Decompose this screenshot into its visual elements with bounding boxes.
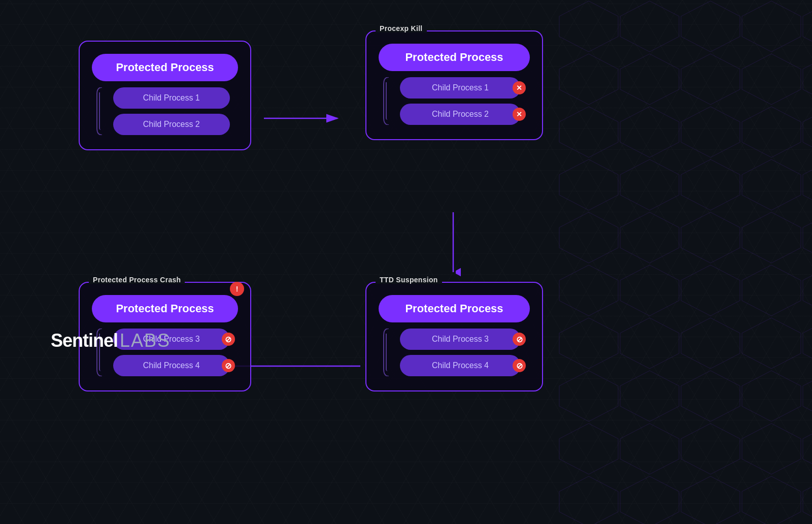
child-2-tr: Child Process 2 ✕ [400,104,521,125]
child-4-bl-wrapper: Child Process 4 ⊘ [101,355,238,376]
logo-sentinel: Sentinel [51,330,118,351]
badge-x-1: ✕ [513,81,526,94]
badge-x-2: ✕ [513,108,526,121]
child-3-br-wrapper: Child Process 3 ⊘ [388,329,530,350]
child-4-br: Child Process 4 ⊘ [400,355,521,376]
child-4-br-wrapper: Child Process 4 ⊘ [388,355,530,376]
child-1-tr: Child Process 1 ✕ [400,77,521,99]
logo-labs: LABS [120,330,171,351]
diagram-canvas: Protected Process Child Process 1 Child … [0,0,812,524]
children-top-right: Child Process 1 ✕ Child Process 2 ✕ [379,77,530,125]
children-top-left: Child Process 1 Child Process 2 [92,87,238,135]
protected-process-bottom-left: Protected Process ! [92,295,238,322]
badge-no-3: ⊘ [513,333,526,346]
badge-warning-bl: ! [230,282,244,296]
arrow-right-top [264,111,345,126]
diagram-bottom-right: TTD Suspension Protected Process Child P… [365,282,543,391]
protected-process-bottom-right: Protected Process [379,295,530,322]
children-bottom-right: Child Process 3 ⊘ Child Process 4 ⊘ [379,329,530,376]
arrow-down-right [446,212,461,278]
label-top-right: Procexp Kill [376,24,427,32]
child-2-tl: Child Process 2 [113,114,230,135]
label-bottom-left: Protected Process Crash [89,276,185,284]
badge-no-3-bl: ⊘ [222,333,235,346]
diagram-top-left: Protected Process Child Process 1 Child … [79,41,251,150]
child-1-tr-wrapper: Child Process 1 ✕ [388,77,530,99]
protected-process-top-left: Protected Process [92,54,238,81]
badge-no-4: ⊘ [513,359,526,372]
child-2-tl-wrapper: Child Process 2 [101,114,238,135]
protected-process-top-right: Protected Process [379,44,530,71]
badge-no-4-bl: ⊘ [222,359,235,372]
child-2-tr-wrapper: Child Process 2 ✕ [388,104,530,125]
child-3-br: Child Process 3 ⊘ [400,329,521,350]
diagram-top-right: Procexp Kill Protected Process Child Pro… [365,30,543,140]
child-1-tl: Child Process 1 [113,87,230,109]
child-1-tl-wrapper: Child Process 1 [101,87,238,109]
label-bottom-right: TTD Suspension [376,276,442,284]
logo: Sentinel LABS [51,330,171,351]
child-4-bl: Child Process 4 ⊘ [113,355,230,376]
